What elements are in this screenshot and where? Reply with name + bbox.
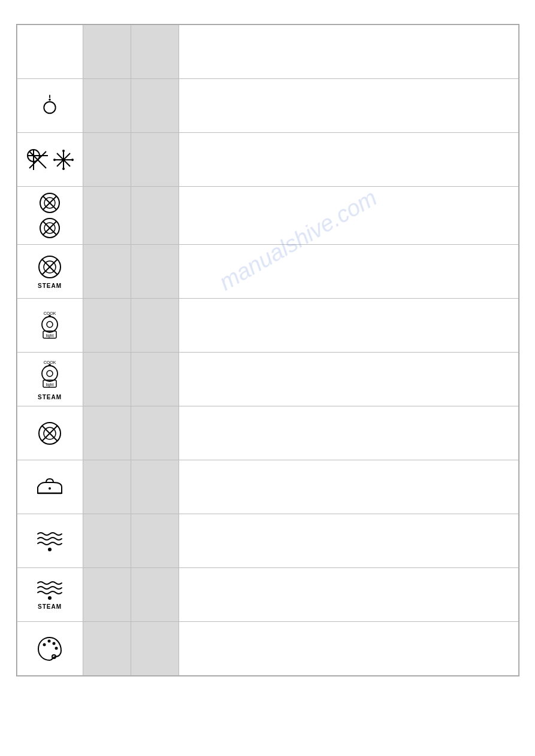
- icon-cell: [17, 187, 83, 245]
- icon-cell: STEAM: [17, 245, 83, 299]
- table-row: [17, 406, 518, 460]
- table-row: COOK light: [17, 299, 518, 353]
- table-row: STEAM: [17, 568, 518, 622]
- svg-text:light: light: [46, 333, 54, 338]
- desc-cell: [179, 133, 518, 187]
- gray-cell-1: [83, 25, 131, 79]
- wave-dot-steam-icon: [35, 579, 65, 601]
- gray-cell-2: [131, 514, 179, 568]
- icon-cell: [17, 460, 83, 514]
- gray-cell-1: [83, 568, 131, 622]
- desc-cell: [179, 79, 518, 133]
- svg-point-14: [53, 159, 56, 161]
- table-row: STEAM: [17, 245, 518, 299]
- gray-cell-2: [131, 460, 179, 514]
- snowflake-icon: [53, 150, 74, 170]
- gray-cell-1: [83, 133, 131, 187]
- desc-cell: [179, 299, 518, 353]
- laundry-symbols-table: STEAM COOK: [17, 25, 519, 676]
- gray-cell-1: [83, 514, 131, 568]
- gray-cell-1: [83, 187, 131, 245]
- cook-light-icon: COOK light: [35, 309, 65, 342]
- icon-cell: COOK light STEAM: [17, 353, 83, 406]
- cook-light-steam-icon: COOK light: [35, 358, 65, 391]
- desc-cell: [179, 187, 518, 245]
- color-care-icon: [36, 635, 64, 663]
- gray-cell-2: [131, 133, 179, 187]
- icon-cell: [17, 622, 83, 676]
- desc-cell: [179, 460, 518, 514]
- svg-point-13: [62, 168, 65, 170]
- gray-cell-2: [131, 568, 179, 622]
- svg-text:light: light: [46, 382, 54, 387]
- svg-point-48: [43, 643, 46, 646]
- desc-cell: [179, 245, 518, 299]
- table-row: [17, 133, 518, 187]
- gray-cell-1: [83, 353, 131, 406]
- gray-cell-1: [83, 79, 131, 133]
- svg-text:COOK: COOK: [44, 360, 56, 365]
- desc-cell: [179, 622, 518, 676]
- gray-cell-1: [83, 406, 131, 460]
- table-row: [17, 514, 518, 568]
- svg-text:COOK: COOK: [44, 311, 56, 315]
- desc-cell: [179, 406, 518, 460]
- svg-point-30: [47, 321, 53, 327]
- svg-point-46: [48, 548, 52, 551]
- gray-cell-2: [131, 622, 179, 676]
- table-row: [17, 622, 518, 676]
- svg-point-50: [53, 642, 56, 645]
- wave-dot-icon: [35, 529, 65, 553]
- gray-cell-1: [83, 299, 131, 353]
- table-row: [17, 187, 518, 245]
- svg-point-37: [49, 364, 51, 366]
- no-wash-top-icon: [38, 192, 61, 214]
- svg-point-36: [47, 371, 53, 377]
- icon-cell: STEAM: [17, 568, 83, 622]
- gray-cell-2: [131, 187, 179, 245]
- desc-cell: [179, 514, 518, 568]
- gray-cell-2: [131, 353, 179, 406]
- svg-point-35: [42, 366, 58, 381]
- desc-cell: [179, 353, 518, 406]
- svg-point-49: [48, 639, 51, 642]
- gray-cell-1: [83, 622, 131, 676]
- icon-cell: [17, 514, 83, 568]
- svg-point-12: [62, 150, 65, 152]
- svg-point-51: [55, 646, 58, 649]
- steam-label: STEAM: [38, 283, 62, 289]
- desc-cell: [179, 25, 518, 79]
- gray-cell-2: [131, 79, 179, 133]
- gentle-wash-icon: [37, 420, 63, 447]
- main-table-container: STEAM COOK: [16, 24, 519, 676]
- table-row: [17, 25, 518, 79]
- icon-cell: [17, 133, 83, 187]
- iron-one-dot-icon: [35, 476, 64, 498]
- svg-point-15: [71, 159, 74, 161]
- scissors-icon: [26, 148, 50, 172]
- table-row: [17, 460, 518, 514]
- no-wash-steam-icon: [37, 254, 63, 280]
- icon-cell: [17, 79, 83, 133]
- gray-cell-1: [83, 245, 131, 299]
- no-wash-bottom-icon: [38, 217, 61, 239]
- steam-label-2: STEAM: [38, 394, 62, 400]
- icon-cell: [17, 406, 83, 460]
- svg-point-44: [49, 487, 51, 490]
- svg-point-0: [44, 101, 55, 113]
- icon-cell: [17, 25, 83, 79]
- svg-point-29: [42, 317, 58, 332]
- gray-cell-2: [131, 299, 179, 353]
- icon-cell: COOK light: [17, 299, 83, 353]
- steam-label-3: STEAM: [38, 603, 62, 610]
- gray-cell-1: [83, 460, 131, 514]
- svg-point-31: [49, 315, 51, 317]
- svg-point-47: [48, 596, 52, 600]
- table-row: COOK light STEAM: [17, 353, 518, 406]
- desc-cell: [179, 568, 518, 622]
- gray-cell-2: [131, 25, 179, 79]
- sun-icon: [37, 93, 63, 119]
- gray-cell-2: [131, 245, 179, 299]
- svg-point-1: [49, 98, 51, 101]
- gray-cell-2: [131, 406, 179, 460]
